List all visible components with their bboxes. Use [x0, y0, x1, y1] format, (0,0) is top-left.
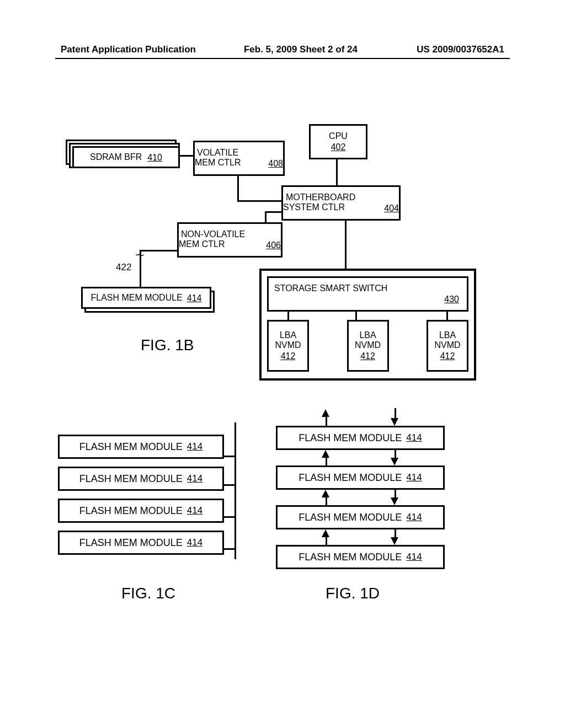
nonvol-l2: MEM CTLR: [179, 239, 225, 250]
fig1c-item: FLASH MEM MODULE 414: [58, 499, 224, 523]
line: [237, 200, 281, 202]
sdram-box: SDRAM BFR 410: [72, 146, 180, 168]
arrow-down-icon: [391, 537, 398, 545]
sdram-ref: 410: [147, 153, 162, 163]
volmem-l2: MEM CTLR: [195, 158, 241, 169]
lba-ref: 412: [281, 351, 296, 361]
fig-1d-label: FIG. 1D: [326, 585, 380, 602]
cpu-box: CPU 402: [309, 124, 367, 159]
nonvol-box: NON-VOLATILE MEM CTLR 406: [177, 222, 282, 258]
fig1d-item: FLASH MEM MODULE 414: [276, 465, 445, 490]
motherboard-l2: SYSTEM CTLR: [283, 202, 345, 213]
busref-label: 422: [116, 262, 131, 273]
nonvol-ref: 406: [266, 240, 281, 250]
line: [336, 158, 338, 185]
lba-l1: LBA: [280, 330, 296, 340]
volmem-l1: VOLATILE: [193, 148, 285, 158]
fig1c-item: FLASH MEM MODULE 414: [58, 531, 224, 555]
fig1d-item: FLASH MEM MODULE 414: [276, 426, 445, 450]
switch-box: STORAGE SMART SWITCH 430: [267, 276, 468, 312]
line: [180, 155, 193, 157]
arrow-up-icon: [322, 450, 329, 458]
figure-1d: FLASH MEM MODULE 414 FLASH MEM MODULE 41…: [276, 408, 458, 585]
volmem-ref: 408: [268, 159, 283, 169]
volmem-box: VOLATILE MEM CTLR 408: [193, 141, 285, 176]
fig1c-item: FLASH MEM MODULE 414: [58, 467, 224, 491]
figure-1b: CPU 402 MOTHERBOARD SYSTEM CTLR 404 VOLA…: [69, 124, 488, 383]
lba-box-3: LBA NVMD 412: [427, 320, 468, 372]
arrow-down-icon: [391, 418, 398, 426]
arrow-up-icon: [322, 409, 329, 417]
header-rule: [55, 58, 510, 59]
cpu-ref: 402: [331, 142, 346, 152]
flashmod-label: FLASH MEM MODULE: [91, 293, 183, 303]
flashmod-box: FLASH MEM MODULE 414: [81, 287, 211, 309]
fig-1b-label: FIG. 1B: [141, 336, 194, 354]
arrow-down-icon: [391, 458, 398, 465]
header-left: Patent Application Publication: [61, 44, 196, 55]
fig-1c-label: FIG. 1C: [121, 585, 175, 602]
page-header: Patent Application Publication Feb. 5, 2…: [0, 44, 565, 55]
switch-label: STORAGE SMART SWITCH: [269, 283, 387, 293]
line: [237, 174, 239, 202]
fig1d-item: FLASH MEM MODULE 414: [276, 505, 445, 529]
switch-container: STORAGE SMART SWITCH 430 LBA NVMD 412 LB…: [259, 269, 476, 381]
fig1d-item: FLASH MEM MODULE 414: [276, 545, 445, 569]
arrow-up-icon: [322, 529, 329, 537]
switch-ref: 430: [444, 295, 467, 304]
motherboard-l1: MOTHERBOARD: [280, 192, 402, 202]
motherboard-box: MOTHERBOARD SYSTEM CTLR 404: [281, 185, 401, 221]
flashmod-ref: 414: [187, 293, 202, 303]
cpu-label: CPU: [329, 131, 348, 141]
motherboard-ref: 404: [384, 204, 399, 213]
header-mid: Feb. 5, 2009 Sheet 2 of 24: [218, 44, 383, 55]
tilde-icon: ~: [135, 248, 145, 263]
header-right: US 2009/0037652A1: [417, 44, 504, 55]
lba-row: LBA NVMD 412 LBA NVMD 412 LBA NVMD 412: [262, 320, 474, 372]
fig1c-item: FLASH MEM MODULE 414: [58, 435, 224, 459]
arrow-up-icon: [322, 490, 329, 497]
lba-l2: NVMD: [275, 340, 301, 350]
line: [265, 211, 281, 213]
sdram-label: SDRAM BFR: [90, 152, 142, 162]
lba-box-1: LBA NVMD 412: [267, 320, 309, 372]
line: [140, 250, 177, 251]
line: [345, 219, 347, 269]
lba-box-2: LBA NVMD 412: [347, 320, 389, 372]
nonvol-l1: NON-VOLATILE: [177, 229, 283, 239]
arrow-down-icon: [391, 497, 398, 505]
figure-1c: FLASH MEM MODULE 414 FLASH MEM MODULE 41…: [58, 424, 257, 584]
line: [265, 211, 266, 223]
